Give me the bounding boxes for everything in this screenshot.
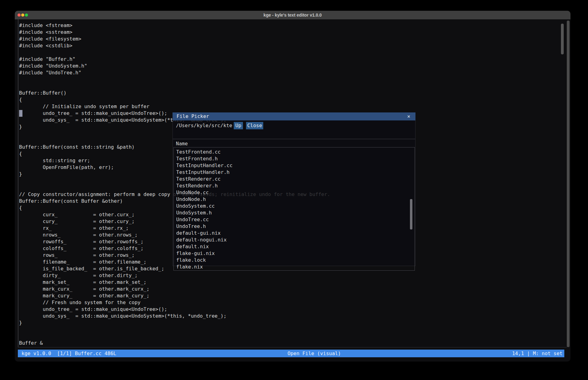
list-item[interactable]: UndoTree.h bbox=[174, 223, 415, 230]
column-header-name: Name bbox=[176, 140, 188, 148]
status-cursor-position: 14,1 | M: not set bbox=[512, 350, 562, 357]
list-item[interactable]: flake.lock bbox=[174, 257, 415, 264]
list-item[interactable]: flake.nix bbox=[174, 264, 415, 270]
window-titlebar: kge - kyle's text editor v1.0.0 bbox=[15, 11, 570, 19]
editor-frame-left bbox=[18, 19, 18, 347]
list-item[interactable]: UndoTree.cc bbox=[174, 216, 415, 223]
list-item[interactable]: TestFrontend.cc bbox=[174, 149, 415, 155]
file-picker-body: /Users/kyle/src/kte Up Close Name TestFr… bbox=[173, 120, 415, 266]
list-item[interactable]: TestInputHandler.cc bbox=[174, 162, 415, 169]
list-item[interactable]: UndoNode.cc bbox=[174, 189, 415, 196]
file-picker-list[interactable]: TestFrontend.ccTestFrontend.hTestInputHa… bbox=[173, 147, 415, 271]
status-bar: kge v1.0.0 [1/1] Buffer.cc 486L Open Fil… bbox=[18, 350, 564, 357]
list-item[interactable]: TestFrontend.h bbox=[174, 155, 415, 162]
editor-scrollbar-thumb[interactable] bbox=[561, 24, 564, 54]
app-window: #include <fstream> #include <sstream> #i… bbox=[15, 11, 570, 362]
file-list-scrollbar-thumb[interactable] bbox=[410, 199, 412, 229]
path-row: /Users/kyle/src/kte Up Close bbox=[173, 120, 415, 131]
file-picker-titlebar[interactable]: File Picker ✕ bbox=[173, 112, 415, 120]
list-item[interactable]: TestRenderer.h bbox=[174, 182, 415, 189]
file-picker-dialog: File Picker ✕ /Users/kyle/src/kte Up Clo… bbox=[173, 112, 415, 266]
separator bbox=[173, 139, 415, 139]
list-item[interactable]: default-gui.nix bbox=[174, 230, 415, 237]
list-item[interactable]: default-nogui.nix bbox=[174, 237, 415, 243]
close-button[interactable]: Close bbox=[246, 122, 263, 129]
list-item[interactable]: UndoSystem.cc bbox=[174, 203, 415, 210]
current-path: /Users/kyle/src/kte bbox=[176, 122, 232, 129]
close-icon[interactable]: ✕ bbox=[406, 112, 412, 120]
list-item[interactable]: TestInputHandler.h bbox=[174, 169, 415, 176]
up-button[interactable]: Up bbox=[234, 122, 243, 129]
status-version-file: kge v1.0.0 [1/1] Buffer.cc 486L bbox=[22, 350, 116, 357]
text-cursor bbox=[19, 110, 22, 117]
list-item[interactable]: UndoSystem.h bbox=[174, 210, 415, 216]
file-picker-title: File Picker bbox=[177, 112, 209, 120]
scrollbar-track[interactable] bbox=[567, 21, 570, 347]
status-mode: Open File (visual) bbox=[288, 350, 341, 357]
list-item[interactable]: TestRenderer.cc bbox=[174, 176, 415, 182]
list-item[interactable]: default.nix bbox=[174, 243, 415, 250]
list-item[interactable]: UndoNode.h bbox=[174, 196, 415, 203]
list-item[interactable]: flake-gui.nix bbox=[174, 250, 415, 257]
window-title: kge - kyle's text editor v1.0.0 bbox=[15, 11, 570, 19]
editor-frame-bottom bbox=[18, 347, 567, 347]
